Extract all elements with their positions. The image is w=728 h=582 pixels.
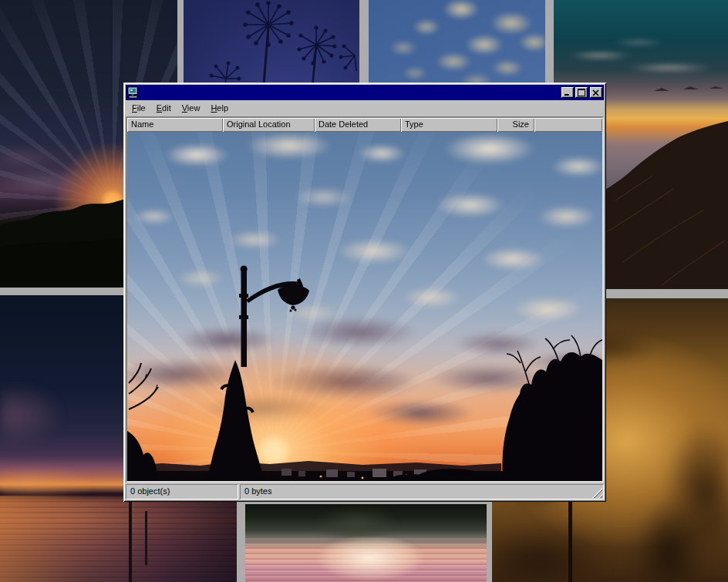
- title-bar[interactable]: [126, 85, 604, 100]
- column-header-empty[interactable]: [534, 118, 602, 132]
- column-header-original-location[interactable]: Original Location: [223, 118, 315, 132]
- sunset-ripples: [245, 537, 487, 582]
- foreground-silhouettes: [127, 132, 602, 481]
- close-icon: [592, 89, 600, 96]
- water-surface: [0, 496, 237, 582]
- resize-grip[interactable]: [592, 488, 602, 498]
- status-objects: 0 object(s): [126, 484, 238, 500]
- menu-edit[interactable]: Edit: [151, 102, 177, 115]
- water-pole-silhouette: [129, 492, 132, 582]
- status-bytes: 0 bytes: [240, 484, 604, 500]
- column-header-date-deleted[interactable]: Date Deleted: [315, 118, 401, 132]
- close-button[interactable]: [590, 87, 602, 98]
- column-header-name[interactable]: Name: [127, 118, 223, 132]
- column-header-type[interactable]: Type: [401, 118, 497, 132]
- pole-silhouette: [568, 502, 572, 582]
- status-bytes-text: 0 bytes: [244, 486, 271, 496]
- maximize-button[interactable]: [575, 87, 588, 98]
- folder-view-background-photo[interactable]: [127, 132, 602, 481]
- status-bar: 0 object(s) 0 bytes: [126, 483, 604, 500]
- recycle-bin-window: File Edit View Help Name Original Locati…: [123, 82, 606, 502]
- minimize-button[interactable]: [561, 87, 574, 98]
- menu-view[interactable]: View: [177, 102, 206, 115]
- water-reflection-photo[interactable]: [245, 504, 487, 582]
- computer-icon: [127, 87, 140, 99]
- menu-help[interactable]: Help: [205, 102, 234, 115]
- menu-bar: File Edit View Help: [126, 100, 604, 116]
- column-header-row: Name Original Location Date Deleted Type…: [127, 118, 602, 132]
- water-pole-silhouette: [145, 511, 147, 565]
- file-list-view: Name Original Location Date Deleted Type…: [126, 116, 604, 483]
- column-header-size[interactable]: Size: [497, 118, 534, 132]
- menu-file[interactable]: File: [126, 102, 151, 115]
